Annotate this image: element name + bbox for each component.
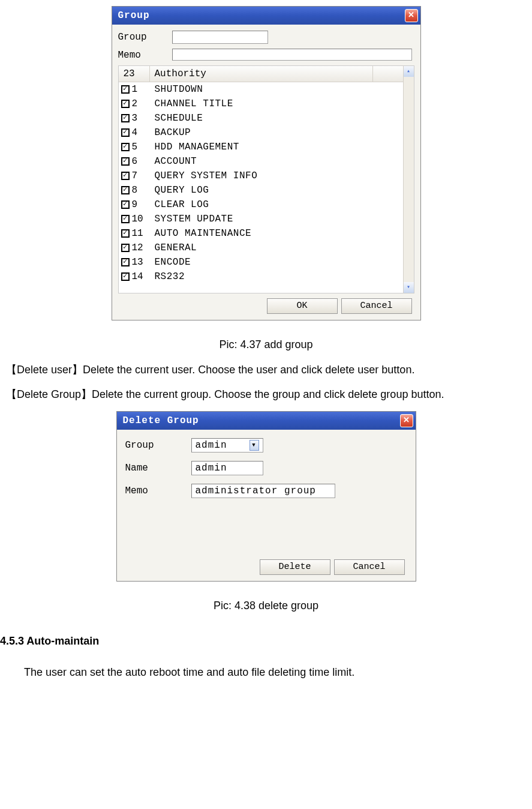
button-row: Delete Cancel xyxy=(125,555,407,576)
group-label: Group xyxy=(118,31,172,43)
memo-label: Memo xyxy=(125,486,191,496)
authority-row: 11AUTO MAINTENANCE xyxy=(119,226,403,241)
authority-row: 9CLEAR LOG xyxy=(119,197,403,212)
authority-header: 23 Authority xyxy=(119,66,403,82)
cancel-button[interactable]: Cancel xyxy=(341,298,412,314)
row-number: 3 xyxy=(132,113,155,124)
group-dialog: Group ✕ Group Memo 23 Authority 1SHUTDOW… xyxy=(112,6,421,320)
para-delete-group: 【Delete Group】Delete the current group. … xyxy=(6,386,526,403)
checkbox[interactable] xyxy=(121,200,130,209)
memo-label: Memo xyxy=(118,49,172,61)
checkbox[interactable] xyxy=(121,229,130,238)
row-number: 2 xyxy=(132,98,155,109)
button-row: OK Cancel xyxy=(118,293,414,315)
row-label: AUTO MAINTENANCE xyxy=(155,228,401,239)
checkbox[interactable] xyxy=(121,258,130,266)
checkbox[interactable] xyxy=(121,114,130,122)
close-icon[interactable]: ✕ xyxy=(400,414,413,427)
row-number: 13 xyxy=(132,257,155,268)
name-label: Name xyxy=(125,463,191,474)
row-label: GENERAL xyxy=(155,242,401,253)
row-label: HDD MANAGEMENT xyxy=(155,142,401,152)
bracket-delete-user: 【Delete user】 xyxy=(6,364,83,376)
row-number: 6 xyxy=(132,156,155,167)
row-label: BACKUP xyxy=(155,127,401,138)
authority-row: 5HDD MANAGEMENT xyxy=(119,140,403,154)
ok-button[interactable]: OK xyxy=(267,298,338,314)
group-combo[interactable]: admin ▼ xyxy=(191,438,263,453)
authority-row: 7QUERY SYSTEM INFO xyxy=(119,169,403,183)
group-label: Group xyxy=(125,440,191,451)
checkbox[interactable] xyxy=(121,244,130,252)
row-number: 11 xyxy=(132,228,155,239)
checkbox[interactable] xyxy=(121,128,130,137)
bracket-delete-group: 【Delete Group】 xyxy=(6,388,92,400)
header-count: 23 xyxy=(119,66,150,82)
checkbox[interactable] xyxy=(121,143,130,151)
text-delete-user: Delete the current user. Choose the user… xyxy=(83,364,414,376)
authority-row: 2CHANNEL TITLE xyxy=(119,97,403,111)
row-number: 4 xyxy=(132,127,155,138)
row-number: 14 xyxy=(132,271,155,282)
authority-row: 12GENERAL xyxy=(119,241,403,255)
dialog-body: Group admin ▼ Name admin Memo administra… xyxy=(117,430,416,581)
name-row: Name admin xyxy=(125,461,407,475)
scroll-up-icon[interactable]: ▴ xyxy=(404,66,414,77)
checkbox[interactable] xyxy=(121,157,130,166)
spacer xyxy=(125,507,407,555)
row-number: 1 xyxy=(132,84,155,95)
scroll-down-icon[interactable]: ▾ xyxy=(404,282,414,293)
memo-row: Memo administrator group xyxy=(125,484,407,498)
checkbox[interactable] xyxy=(121,85,130,94)
authority-content: 23 Authority 1SHUTDOWN2CHANNEL TITLE3SCH… xyxy=(119,66,403,293)
titlebar: Delete Group ✕ xyxy=(117,412,416,430)
authority-row: 10SYSTEM UPDATE xyxy=(119,212,403,226)
authority-row: 6ACCOUNT xyxy=(119,154,403,169)
row-label: CHANNEL TITLE xyxy=(155,98,401,109)
checkbox[interactable] xyxy=(121,272,130,281)
authority-row: 8QUERY LOG xyxy=(119,183,403,197)
memo-input[interactable] xyxy=(172,49,412,61)
authority-rows: 1SHUTDOWN2CHANNEL TITLE3SCHEDULE4BACKUP5… xyxy=(119,82,403,284)
row-number: 5 xyxy=(132,142,155,152)
row-label: ENCODE xyxy=(155,257,401,268)
scrollbar[interactable]: ▴ ▾ xyxy=(403,66,414,293)
section-body: The user can set the auto reboot time an… xyxy=(24,664,526,681)
dialog-title: Delete Group xyxy=(123,415,199,426)
row-label: CLEAR LOG xyxy=(155,199,401,210)
row-label: SHUTDOWN xyxy=(155,84,401,95)
group-combo-value: admin xyxy=(196,440,227,451)
row-label: SYSTEM UPDATE xyxy=(155,214,401,224)
checkbox[interactable] xyxy=(121,172,130,180)
dialog-title: Group xyxy=(118,10,150,21)
row-number: 7 xyxy=(132,170,155,181)
para-delete-user: 【Delete user】Delete the current user. Ch… xyxy=(6,362,526,378)
row-number: 8 xyxy=(132,185,155,196)
group-input[interactable] xyxy=(172,31,268,44)
delete-group-dialog: Delete Group ✕ Group admin ▼ Name admin … xyxy=(116,411,416,582)
checkbox[interactable] xyxy=(121,186,130,194)
memo-row: Memo xyxy=(118,49,414,61)
checkbox[interactable] xyxy=(121,100,130,108)
header-authority: Authority xyxy=(150,66,373,82)
chevron-down-icon[interactable]: ▼ xyxy=(250,440,259,451)
row-label: SCHEDULE xyxy=(155,113,401,124)
close-icon[interactable]: ✕ xyxy=(405,9,418,22)
memo-display: administrator group xyxy=(191,484,335,498)
row-number: 12 xyxy=(132,242,155,253)
checkbox[interactable] xyxy=(121,215,130,223)
name-display: admin xyxy=(191,461,263,475)
cancel-button[interactable]: Cancel xyxy=(334,559,405,575)
group-row: Group admin ▼ xyxy=(125,438,407,453)
caption-add-group: Pic: 4.37 add group xyxy=(0,338,532,351)
row-label: QUERY SYSTEM INFO xyxy=(155,170,401,181)
authority-row: 4BACKUP xyxy=(119,125,403,140)
caption-delete-group: Pic: 4.38 delete group xyxy=(0,600,532,612)
section-auto-maintain: 4.5.3 Auto-maintain xyxy=(0,635,532,648)
authority-row: 13ENCODE xyxy=(119,255,403,269)
row-number: 9 xyxy=(132,199,155,210)
delete-button[interactable]: Delete xyxy=(260,559,330,575)
dialog-body: Group Memo 23 Authority 1SHUTDOWN2CHANNE… xyxy=(112,25,420,320)
authority-row: 14RS232 xyxy=(119,269,403,284)
authority-row: 3SCHEDULE xyxy=(119,111,403,125)
